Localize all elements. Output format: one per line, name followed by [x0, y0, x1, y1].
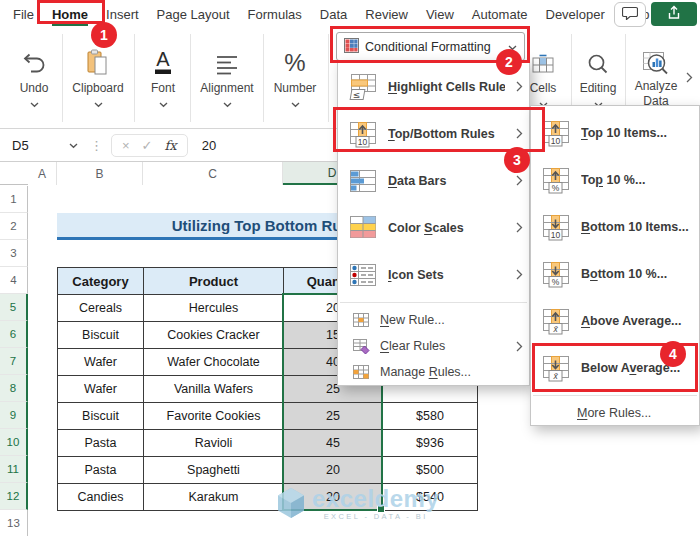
cell[interactable]: Ravioli — [144, 430, 284, 457]
menu-item-top-bottom-rules[interactable]: 10 Top/Bottom Rules — [338, 110, 529, 157]
insert-function-icon[interactable]: fx — [165, 138, 177, 153]
cell[interactable]: $936 — [383, 430, 478, 457]
tab-developer[interactable]: Developer — [537, 2, 614, 27]
submenu-item-top-10-items[interactable]: 10 Top 10 Items... — [531, 109, 699, 156]
cell[interactable]: Pasta — [58, 457, 144, 484]
cell[interactable]: Wafer — [58, 349, 144, 376]
tab-data[interactable]: Data — [311, 2, 356, 27]
cell[interactable]: 45 — [284, 430, 383, 457]
cell[interactable]: Biscuit — [58, 403, 144, 430]
submenu-item-bottom-10-items[interactable]: 10 Bottom 10 Items... — [531, 203, 699, 250]
cell[interactable]: Cookies Cracker — [144, 322, 284, 349]
chevron-down-icon — [138, 97, 188, 103]
cell[interactable]: Candies — [58, 484, 144, 511]
row-header-1[interactable]: 1 — [0, 186, 28, 213]
cell[interactable]: Vanilla Wafers — [144, 376, 284, 403]
chevron-down-icon — [10, 97, 58, 103]
conditional-formatting-button[interactable]: Conditional Formatting — [336, 32, 525, 61]
submenu-item-below-average[interactable]: x̄ Below Average... — [531, 344, 699, 391]
cell[interactable]: 25 — [284, 403, 383, 430]
cell[interactable]: $580 — [383, 403, 478, 430]
tab-insert[interactable]: Insert — [97, 2, 148, 27]
cell[interactable]: Wafer — [58, 376, 144, 403]
formula-input[interactable]: 20 — [192, 138, 216, 153]
menu-item-manage-rules[interactable]: Manage Rules... — [338, 359, 529, 385]
cell[interactable]: Favorite Cookies — [144, 403, 284, 430]
clipboard-icon — [66, 34, 130, 78]
cell[interactable]: $500 — [383, 457, 478, 484]
cell[interactable]: Spaghetti — [144, 457, 284, 484]
menu-item-color-scales[interactable]: Color Scales — [338, 204, 529, 251]
share-button[interactable] — [651, 2, 697, 26]
row-header-2[interactable]: 2 — [0, 213, 28, 240]
menu-item-data-bars[interactable]: Data Bars — [338, 157, 529, 204]
row-header-6[interactable]: 6 — [0, 321, 28, 348]
tab-file[interactable]: File — [4, 2, 43, 27]
cell[interactable]: $540 — [383, 484, 478, 511]
menu-item-label: Top/Bottom Rules — [388, 127, 505, 141]
row-header-12[interactable]: 12 — [0, 483, 28, 510]
name-box[interactable]: D5 — [0, 129, 86, 161]
tab-page-layout[interactable]: Page Layout — [148, 2, 239, 27]
cancel-icon[interactable]: × — [122, 138, 130, 153]
ribbon-group-number[interactable]: % Number — [266, 34, 324, 103]
menu-item-icon-sets[interactable]: Icon Sets — [338, 251, 529, 298]
row-header-3[interactable]: 3 — [0, 240, 28, 267]
ribbon-group-analyze-data[interactable]: Analyze Data — [629, 34, 683, 108]
tab-view[interactable]: View — [417, 2, 463, 27]
ribbon-more-chevron[interactable] — [686, 72, 693, 86]
menu-item-new-rule[interactable]: New Rule... — [338, 307, 529, 333]
menu-item-label: Icon Sets — [388, 268, 505, 282]
chevron-down-icon — [508, 40, 517, 54]
row-header-10[interactable]: 10 — [0, 429, 28, 456]
svg-text:%: % — [284, 50, 305, 76]
cell[interactable]: Pasta — [58, 430, 144, 457]
cell[interactable]: Karakum — [144, 484, 284, 511]
cell[interactable]: 20 — [284, 484, 383, 511]
cell[interactable]: 20 — [284, 457, 383, 484]
comments-button[interactable] — [614, 2, 646, 27]
table-header-product[interactable]: Product — [144, 268, 284, 295]
svg-text:10: 10 — [358, 136, 368, 146]
cell[interactable]: Biscuit — [58, 322, 144, 349]
row-header-5[interactable]: 5 — [0, 294, 28, 321]
ribbon-group-editing[interactable]: Editing — [574, 34, 622, 103]
svg-text:%: % — [552, 182, 560, 192]
submenu-item-top-10-percent[interactable]: % Top 10 %... — [531, 156, 699, 203]
chevron-down-icon — [193, 97, 261, 103]
menu-item-highlight-cells-rules[interactable]: ≤ Highlight Cells Rules — [338, 63, 529, 110]
table-header-category[interactable]: Category — [58, 268, 144, 295]
submenu-item-more-rules[interactable]: More Rules... — [531, 400, 699, 426]
ribbon-tab-bar: FileHomeInsertPage LayoutFormulasDataRev… — [0, 0, 700, 28]
tab-formulas[interactable]: Formulas — [239, 2, 311, 27]
row-header-11[interactable]: 11 — [0, 456, 28, 483]
tab-automate[interactable]: Automate — [463, 2, 537, 27]
ribbon-group-label: Alignment — [193, 81, 261, 95]
row-header-4[interactable]: 4 — [0, 267, 28, 294]
enter-icon[interactable]: ✓ — [142, 138, 153, 153]
menu-item-clear-rules[interactable]: Clear Rules — [338, 333, 529, 359]
column-header-c[interactable]: C — [143, 162, 283, 185]
tab-home[interactable]: Home — [43, 2, 97, 27]
column-header-b[interactable]: B — [57, 162, 143, 185]
row-header-7[interactable]: 7 — [0, 348, 28, 375]
menu-item-label: More Rules... — [577, 406, 693, 420]
row-header-9[interactable]: 9 — [0, 402, 28, 429]
row-header-8[interactable]: 8 — [0, 375, 28, 402]
manage-rules-icon — [350, 363, 372, 381]
row-header-13[interactable]: 13 — [0, 510, 28, 536]
ribbon-group-font[interactable]: A Font — [138, 34, 188, 103]
tab-review[interactable]: Review — [356, 2, 417, 27]
ribbon-group-alignment[interactable]: Alignment — [193, 34, 261, 103]
submenu-item-bottom-10-percent[interactable]: % Bottom 10 %... — [531, 250, 699, 297]
sheet-title: Utilizing Top Bottom Rules — [172, 217, 363, 234]
cell[interactable]: Cereals — [58, 295, 144, 322]
ribbon-group-label: Editing — [574, 81, 622, 95]
ribbon-group-clipboard[interactable]: Clipboard — [66, 34, 130, 103]
cell[interactable]: Wafer Chocolate — [144, 349, 284, 376]
top-bottom-rules-submenu: 10 Top 10 Items... % Top 10 %... 10 Bott… — [530, 105, 700, 426]
column-header-a[interactable]: A — [28, 162, 57, 185]
submenu-item-above-average[interactable]: x̄ Above Average... — [531, 297, 699, 344]
ribbon-group-undo[interactable]: Undo — [10, 34, 58, 103]
cell[interactable]: Hercules — [144, 295, 284, 322]
